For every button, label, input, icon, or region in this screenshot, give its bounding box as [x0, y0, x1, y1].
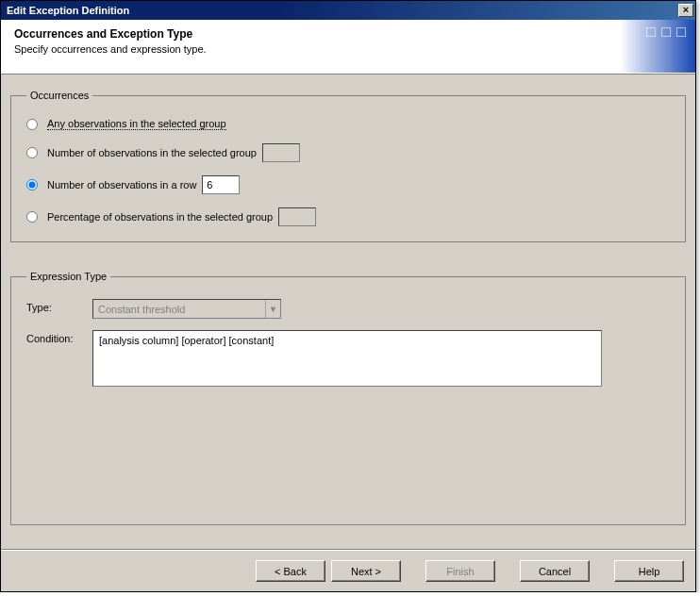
header-step-marks — [646, 27, 686, 37]
type-select: Constant threshold ▼ — [92, 299, 281, 319]
titlebar: Edit Exception Definition × — [1, 1, 695, 20]
page-title: Occurrences and Exception Type — [14, 27, 682, 41]
radio-row-any[interactable]: Any observations in the selected group — [26, 118, 670, 130]
radio-row-pct-group[interactable]: Percentage of observations in the select… — [26, 207, 670, 226]
radio-num-group-label: Number of observations in the selected g… — [47, 147, 257, 158]
window-title: Edit Exception Definition — [7, 5, 678, 16]
radio-pct-group-label: Percentage of observations in the select… — [47, 211, 273, 223]
expression-legend: Expression Type — [26, 271, 110, 282]
page-subtitle: Specify occurrences and expression type. — [14, 43, 682, 55]
cancel-button[interactable]: Cancel — [520, 560, 590, 582]
back-button[interactable]: < Back — [256, 560, 325, 582]
header-step-mark — [661, 27, 671, 37]
radio-num-row[interactable] — [26, 179, 38, 190]
condition-box[interactable]: [analysis column] [operator] [constant] — [92, 330, 602, 387]
chevron-down-icon: ▼ — [265, 300, 280, 318]
radio-num-group[interactable] — [26, 147, 38, 158]
dialog-body: Occurrences Any observations in the sele… — [1, 74, 695, 550]
expression-type-group: Expression Type Type: Constant threshold… — [10, 271, 686, 525]
radio-any-observations[interactable] — [26, 119, 38, 130]
close-icon[interactable]: × — [678, 4, 693, 17]
occurrences-group: Occurrences Any observations in the sele… — [10, 90, 686, 242]
radio-row-num-group[interactable]: Number of observations in the selected g… — [26, 143, 670, 162]
radio-any-label: Any observations in the selected group — [47, 118, 226, 130]
header-step-mark — [646, 27, 656, 37]
wizard-header: Occurrences and Exception Type Specify o… — [1, 20, 695, 74]
dialog-window: Edit Exception Definition × Occurrences … — [0, 0, 696, 592]
radio-row-num-row[interactable]: Number of observations in a row — [26, 175, 670, 194]
button-bar: < Back Next > Finish Cancel Help — [1, 550, 695, 591]
help-button[interactable]: Help — [614, 560, 684, 582]
num-row-input[interactable] — [202, 175, 240, 194]
type-label: Type: — [26, 299, 92, 313]
radio-num-row-label: Number of observations in a row — [47, 179, 196, 190]
condition-label: Condition: — [26, 330, 92, 344]
type-select-text: Constant threshold — [93, 304, 265, 315]
header-step-mark — [676, 27, 686, 37]
finish-button: Finish — [425, 560, 495, 582]
next-button[interactable]: Next > — [331, 560, 401, 582]
pct-group-input — [278, 207, 316, 226]
num-group-input — [262, 143, 300, 162]
occurrences-legend: Occurrences — [26, 90, 92, 101]
radio-pct-group[interactable] — [26, 211, 38, 223]
